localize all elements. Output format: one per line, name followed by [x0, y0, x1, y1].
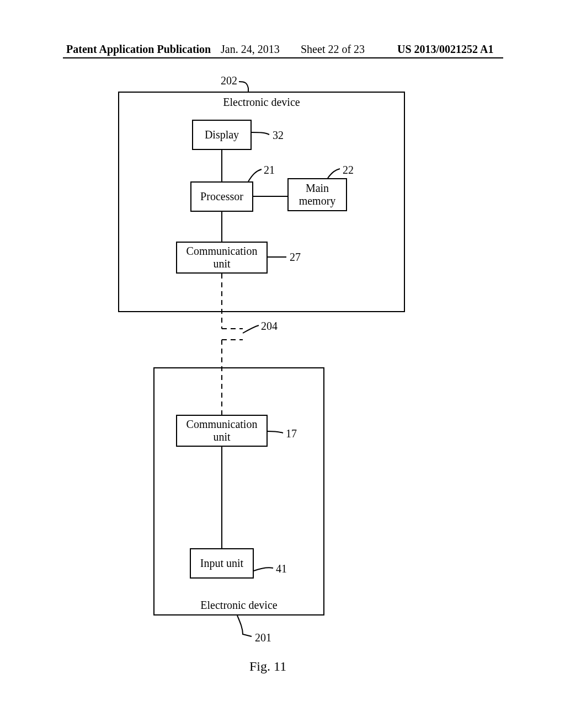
- header-publication-type: Patent Application Publication: [66, 43, 211, 56]
- main-memory-box: Main memory: [287, 178, 347, 211]
- patent-figure-page: Patent Application Publication Jan. 24, …: [0, 0, 565, 728]
- comm-unit-bottom-label: Communication unit: [186, 418, 258, 443]
- comm-unit-top-label: Communication unit: [186, 245, 258, 270]
- header-sheet: Sheet 22 of 23: [301, 43, 365, 56]
- comm-unit-bottom-box: Communication unit: [176, 415, 268, 447]
- ref-21: 21: [264, 164, 275, 176]
- main-memory-label: Main memory: [299, 182, 336, 207]
- processor-box: Processor: [190, 181, 253, 212]
- ref-22: 22: [343, 164, 354, 176]
- device-top-title: Electronic device: [206, 96, 317, 109]
- ref-202: 202: [221, 74, 237, 87]
- header-publication-number: US 2013/0021252 A1: [397, 43, 493, 56]
- ref-32: 32: [273, 129, 284, 142]
- input-unit-box: Input unit: [190, 548, 254, 579]
- processor-label: Processor: [200, 190, 243, 203]
- comm-unit-top-box: Communication unit: [176, 242, 268, 274]
- display-box: Display: [192, 120, 252, 150]
- input-unit-label: Input unit: [200, 557, 243, 570]
- ref-27: 27: [290, 251, 301, 264]
- ref-201: 201: [255, 631, 271, 644]
- display-label: Display: [205, 129, 239, 141]
- figure-caption: Fig. 11: [249, 659, 286, 674]
- header-date: Jan. 24, 2013: [221, 43, 280, 56]
- ref-204: 204: [261, 320, 278, 333]
- ref-17: 17: [286, 427, 297, 440]
- header-rule: [63, 57, 503, 58]
- ref-41: 41: [276, 563, 287, 575]
- device-bottom-title: Electronic device: [184, 599, 294, 612]
- device-top-box: [118, 92, 405, 312]
